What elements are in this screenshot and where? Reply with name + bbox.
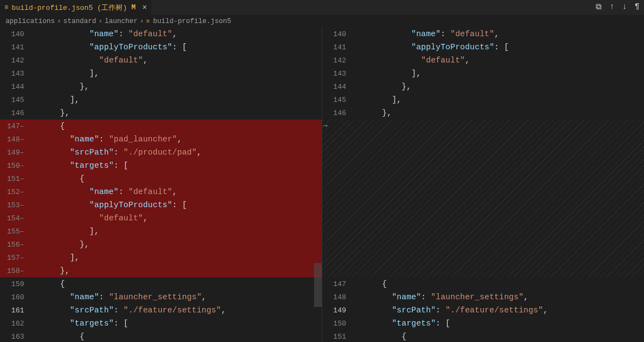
code-line[interactable]: 147 { (322, 277, 645, 290)
code-line[interactable]: 149– "srcPath": "./product/pad", (0, 146, 322, 159)
code-line[interactable]: 154– "default", (0, 212, 322, 225)
code-line[interactable]: 147– { (0, 119, 322, 133)
code-line[interactable]: 141 "applyToProducts": [ (0, 41, 322, 54)
line-number: 140 (0, 30, 32, 38)
line-content: "srcPath": "./feature/settings", (363, 306, 645, 315)
compare-icon[interactable]: ⧉ (596, 2, 602, 12)
line-content: { (363, 280, 645, 288)
code-line[interactable]: 159 { (0, 277, 322, 290)
line-content: ], (41, 227, 322, 236)
line-content: ], (363, 69, 645, 78)
revert-change-icon[interactable]: → (323, 122, 328, 130)
code-line[interactable]: 143 ], (322, 67, 645, 80)
next-change-icon[interactable]: ↓ (622, 2, 627, 12)
line-number: 144 (322, 83, 354, 91)
line-content: { (41, 332, 322, 341)
code-line[interactable]: 157– ], (0, 251, 322, 264)
line-number: 148 (322, 293, 354, 301)
editor-tab[interactable]: ≡ build-profile.json5 (工作树) M × (0, 0, 151, 15)
code-line[interactable]: 142 "default", (322, 54, 645, 67)
line-number: 144 (0, 83, 32, 91)
code-line[interactable]: 149 "srcPath": "./feature/settings", (322, 304, 645, 317)
diff-empty-region (322, 119, 645, 277)
file-icon: ≡ (4, 4, 8, 12)
line-number: 157– (0, 254, 32, 262)
code-line[interactable]: 162 "targets": [ (0, 317, 322, 330)
diff-pane-left[interactable]: 140 "name": "default",141 "applyToProduc… (0, 27, 322, 342)
whitespace-icon[interactable]: ¶ (635, 2, 640, 12)
code-line[interactable]: 144 }, (322, 80, 645, 93)
line-number: 151 (322, 333, 354, 341)
code-line[interactable]: 145 ], (0, 93, 322, 106)
breadcrumb-file[interactable]: build-profile.json5 (153, 18, 231, 25)
line-number: 150 (322, 320, 354, 328)
code-line[interactable]: 163 { (0, 330, 322, 342)
line-content: }, (41, 82, 322, 91)
line-content: { (41, 174, 322, 183)
code-line[interactable]: 148– "name": "pad_launcher", (0, 133, 322, 146)
line-content: ], (41, 69, 322, 78)
line-number: 142 (0, 56, 32, 65)
code-line[interactable]: 141 "applyToProducts": [ (322, 41, 645, 54)
tab-filename: build-profile.json5 (工作树) (12, 3, 127, 13)
close-icon[interactable]: × (143, 3, 147, 12)
tab-bar: ≡ build-profile.json5 (工作树) M × ⧉ ↑ ↓ ¶ (0, 0, 644, 15)
line-number: 158– (0, 267, 32, 275)
diff-pane-right[interactable]: 140 "name": "default",141 "applyToProduc… (322, 27, 645, 342)
line-content: "srcPath": "./product/pad", (41, 148, 322, 157)
line-number: 152– (0, 188, 32, 196)
line-number: 149 (322, 306, 354, 315)
line-number: 159 (0, 280, 32, 288)
line-number: 143 (322, 70, 354, 78)
line-content: "name": "default", (41, 187, 322, 196)
line-content: }, (41, 109, 322, 117)
chevron-right-icon: › (57, 18, 61, 25)
line-number: 146 (0, 109, 32, 117)
line-number: 153– (0, 201, 32, 209)
line-number: 161 (0, 306, 32, 315)
line-number: 147– (0, 122, 32, 130)
line-content: "default", (363, 56, 645, 65)
breadcrumb-segment[interactable]: standard (64, 18, 96, 25)
line-number: 163 (0, 333, 32, 341)
line-content: "applyToProducts": [ (363, 43, 645, 52)
code-line[interactable]: 153– "applyToProducts": [ (0, 198, 322, 212)
code-line[interactable]: 155– ], (0, 225, 322, 238)
code-line[interactable]: 142 "default", (0, 54, 322, 67)
prev-change-icon[interactable]: ↑ (609, 2, 614, 12)
line-content: "name": "default", (363, 30, 645, 38)
code-line[interactable]: 145 ], (322, 93, 645, 106)
code-line[interactable]: 146 }, (0, 106, 322, 119)
code-line[interactable]: 156– }, (0, 238, 322, 251)
diff-editor: 140 "name": "default",141 "applyToProduc… (0, 27, 644, 342)
code-line[interactable]: 148 "name": "launcher_settings", (322, 290, 645, 304)
code-line[interactable]: 140 "name": "default", (322, 27, 645, 41)
line-content: "default", (41, 56, 322, 65)
code-line[interactable]: 144 }, (0, 80, 322, 93)
code-line[interactable]: 158– }, (0, 264, 322, 277)
scrollbar[interactable] (314, 27, 322, 342)
breadcrumb[interactable]: applications › standard › launcher › ≡ b… (0, 15, 644, 27)
code-line[interactable]: 150– "targets": [ (0, 159, 322, 172)
line-content: }, (363, 82, 645, 91)
code-line[interactable]: 160 "name": "launcher_settings", (0, 290, 322, 304)
line-number: 156– (0, 241, 32, 249)
line-content: "default", (41, 214, 322, 223)
code-line[interactable]: 151 { (322, 330, 645, 342)
code-line[interactable]: 152– "name": "default", (0, 185, 322, 198)
code-line[interactable]: 161 "srcPath": "./feature/settings", (0, 304, 322, 317)
line-number: 141 (322, 43, 354, 52)
scrollbar-thumb[interactable] (314, 263, 322, 307)
code-line[interactable]: 151– { (0, 172, 322, 185)
code-line[interactable]: 150 "targets": [ (322, 317, 645, 330)
code-line[interactable]: 146 }, (322, 106, 645, 119)
line-number: 154– (0, 214, 32, 223)
code-line[interactable]: 143 ], (0, 67, 322, 80)
breadcrumb-segment[interactable]: applications (5, 18, 55, 25)
tab-modified-indicator: M (132, 3, 136, 12)
breadcrumb-segment[interactable]: launcher (105, 18, 138, 25)
line-content: }, (41, 240, 322, 249)
line-number: 160 (0, 293, 32, 301)
code-line[interactable]: 140 "name": "default", (0, 27, 322, 41)
line-content: "targets": [ (41, 319, 322, 328)
